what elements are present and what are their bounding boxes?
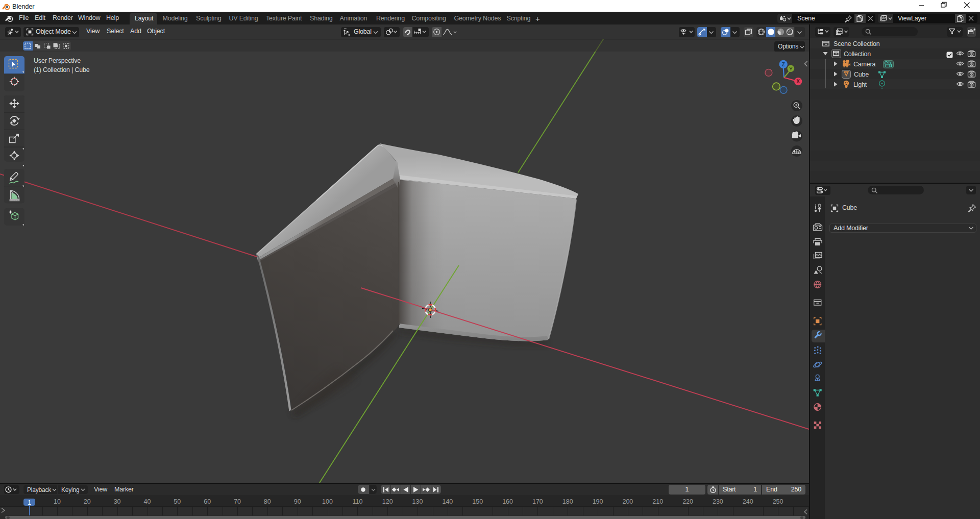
- svg-text:Y: Y: [789, 66, 793, 71]
- svg-text:X: X: [796, 79, 800, 84]
- svg-text:Z: Z: [781, 61, 785, 67]
